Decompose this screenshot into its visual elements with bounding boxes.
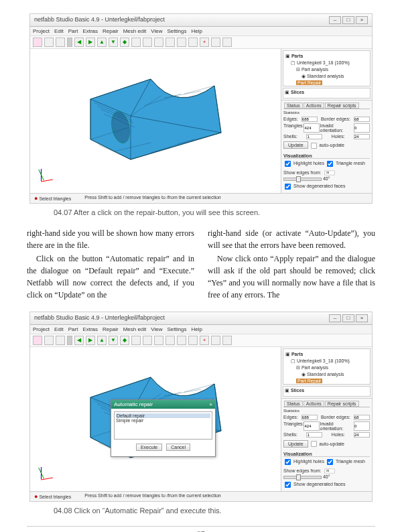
arrow-up-icon[interactable]: ▲ bbox=[97, 38, 107, 47]
menu-item[interactable]: View bbox=[151, 28, 162, 34]
slices-panel[interactable]: ▣ Slices bbox=[283, 88, 371, 98]
plus-icon[interactable]: + bbox=[200, 38, 209, 47]
dialog-title: Automatic repair bbox=[114, 401, 153, 407]
toolbar: ◀▶▲▼◆+ bbox=[30, 36, 372, 49]
repair-options-list[interactable]: Default repairSimple repair bbox=[114, 411, 212, 440]
auto-update-checkbox[interactable] bbox=[310, 143, 316, 149]
tool-icon[interactable] bbox=[165, 38, 175, 47]
edges-field[interactable] bbox=[302, 117, 318, 122]
automatic-repair-dialog: Automatic repair× Default repairSimple r… bbox=[111, 399, 216, 457]
minimize-icon[interactable]: – bbox=[329, 314, 341, 322]
statusbar: ● Select trianglesPress Shift to add / r… bbox=[30, 193, 372, 203]
arrow-left-icon[interactable]: ◀ bbox=[74, 38, 84, 47]
cancel-button[interactable]: Cancel bbox=[166, 444, 190, 451]
window-titlebar: netfabb Studio Basic 4.9 - Unterlegkeil/… bbox=[30, 312, 372, 325]
side-panel: ▣ Parts▢ Unterlegkeil 3_18 (100%)⊟ Part … bbox=[281, 49, 372, 193]
menubar: ProjectEditPartExtrasRepairMesh editView… bbox=[30, 27, 372, 36]
border-field[interactable] bbox=[354, 117, 370, 122]
menu-item[interactable]: Part bbox=[68, 28, 78, 34]
execute-button[interactable]: Execute bbox=[136, 444, 162, 451]
edge-from-field[interactable] bbox=[325, 171, 335, 176]
tool-icon[interactable] bbox=[131, 38, 141, 47]
tab-scripts[interactable]: Repair scripts bbox=[325, 103, 359, 109]
menu-item[interactable]: Help bbox=[191, 28, 202, 34]
caption-2: 04.08 Click on “Automatic Repair” and ex… bbox=[54, 506, 375, 516]
tool-icon[interactable] bbox=[188, 38, 198, 47]
shells-field[interactable] bbox=[306, 134, 322, 139]
page-number: 37 bbox=[27, 526, 375, 532]
viewport-3d[interactable]: Automatic repair× Default repairSimple r… bbox=[30, 347, 281, 491]
arrow-right-icon[interactable]: ▶ bbox=[86, 38, 95, 47]
close-icon[interactable]: × bbox=[356, 314, 368, 322]
diamond-icon[interactable]: ◆ bbox=[120, 38, 129, 47]
toolbar: ◀▶▲▼◆+ bbox=[30, 334, 372, 347]
menu-item[interactable]: Repair bbox=[103, 28, 119, 34]
degen-faces-checkbox[interactable] bbox=[285, 184, 291, 190]
caption-1: 04.07 After a click on the repair-button… bbox=[54, 208, 375, 218]
triangle-mesh-checkbox[interactable] bbox=[327, 161, 333, 167]
window-title: netfabb Studio Basic 4.9 - Unterlegkeil/… bbox=[34, 16, 165, 24]
side-panel: ▣ Parts▢ Unterlegkeil 3_18 (100%)⊟ Part … bbox=[281, 347, 372, 491]
inv-field[interactable] bbox=[354, 123, 370, 133]
tool-icon[interactable] bbox=[154, 38, 163, 47]
axes-gizmo bbox=[34, 169, 54, 189]
screenshot-1: netfabb Studio Basic 4.9 - Unterlegkeil/… bbox=[29, 13, 373, 204]
model-3d bbox=[84, 66, 238, 173]
tool-icon[interactable] bbox=[177, 38, 186, 47]
tool-icon[interactable] bbox=[143, 38, 152, 47]
edge-slider[interactable] bbox=[283, 178, 322, 181]
close-icon[interactable]: × bbox=[356, 16, 368, 24]
highlight-holes-checkbox[interactable] bbox=[285, 161, 291, 167]
screenshot-2: netfabb Studio Basic 4.9 - Unterlegkeil/… bbox=[29, 312, 373, 502]
tool-icon[interactable] bbox=[56, 38, 65, 47]
viewport-3d[interactable] bbox=[30, 49, 281, 193]
minimize-icon[interactable]: – bbox=[329, 16, 341, 24]
tab-status[interactable]: Status bbox=[284, 103, 303, 109]
separator-icon bbox=[67, 38, 72, 47]
tab-actions[interactable]: Actions bbox=[304, 103, 324, 109]
menubar: ProjectEditPartExtrasRepairMesh editView… bbox=[30, 325, 372, 334]
maximize-icon[interactable]: □ bbox=[342, 314, 354, 322]
tool-icon[interactable] bbox=[33, 38, 42, 47]
body-text: right-hand side you will be shown how ma… bbox=[27, 227, 375, 302]
tool-icon[interactable] bbox=[44, 38, 54, 47]
tool-icon[interactable] bbox=[211, 38, 220, 47]
arrow-down-icon[interactable]: ▼ bbox=[109, 38, 118, 47]
menu-item[interactable]: Edit bbox=[54, 28, 64, 34]
dialog-close-icon[interactable]: × bbox=[209, 401, 212, 407]
update-button[interactable]: Update bbox=[283, 141, 308, 149]
maximize-icon[interactable]: □ bbox=[342, 16, 354, 24]
panel-tabs: StatusActionsRepair scripts bbox=[283, 103, 370, 109]
tri-field[interactable] bbox=[304, 123, 320, 133]
holes-field[interactable] bbox=[354, 134, 370, 139]
menu-item[interactable]: Settings bbox=[168, 28, 187, 34]
menu-item[interactable]: Project bbox=[33, 28, 50, 34]
tool-icon[interactable] bbox=[222, 38, 232, 47]
window-titlebar: netfabb Studio Basic 4.9 - Unterlegkeil/… bbox=[30, 14, 372, 27]
parts-tree[interactable]: ▣ Parts▢ Unterlegkeil 3_18 (100%)⊟ Part … bbox=[283, 50, 371, 86]
menu-item[interactable]: Mesh edit bbox=[123, 28, 147, 34]
menu-item[interactable]: Extras bbox=[82, 28, 98, 34]
axes-gizmo bbox=[34, 467, 54, 487]
